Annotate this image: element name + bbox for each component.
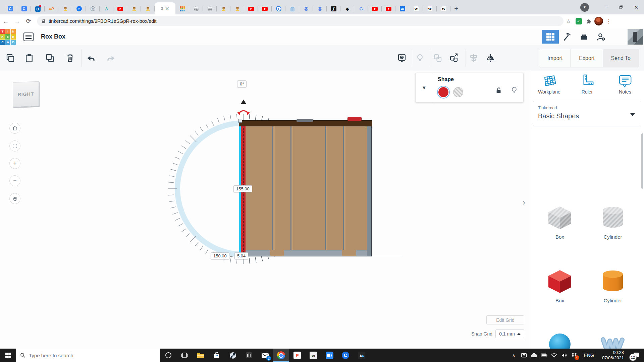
- taskbar-app-triangles[interactable]: [354, 349, 370, 362]
- send-to-button[interactable]: Send To: [603, 49, 639, 67]
- shape-cube-striped[interactable]: Box: [540, 204, 580, 240]
- tray-volume-icon[interactable]: [559, 349, 569, 362]
- align-icon[interactable]: [468, 52, 480, 64]
- tab-google-translate[interactable]: G: [17, 3, 31, 14]
- tray-wifi-icon[interactable]: [549, 349, 559, 362]
- taskbar-app-f[interactable]: F: [289, 349, 305, 362]
- tray-battery-icon[interactable]: [539, 349, 549, 362]
- extensions-puzzle-icon[interactable]: [584, 16, 594, 26]
- tab-google-translate[interactable]: G: [3, 3, 17, 14]
- perspective-button[interactable]: [9, 193, 20, 204]
- duplicate-icon[interactable]: [44, 52, 56, 64]
- taskbar-cortana[interactable]: [160, 349, 176, 362]
- new-tab-button[interactable]: +: [450, 3, 462, 14]
- taskbar-file-explorer[interactable]: [193, 349, 209, 362]
- tab-thingiverse[interactable]: T: [272, 3, 285, 14]
- undo-icon[interactable]: [85, 52, 97, 64]
- add-collaborator-icon[interactable]: [592, 30, 609, 44]
- dimension-height-field[interactable]: 155.00: [233, 185, 252, 192]
- tab-tinkercad-editor[interactable]: 3✕: [155, 2, 175, 14]
- url-bar[interactable]: tinkercad.com/things/9FBOR1eSGpR-rox-box…: [37, 16, 564, 26]
- group-icon[interactable]: [432, 52, 444, 64]
- edit-grid-button[interactable]: Edit Grid: [486, 315, 524, 324]
- extension-check-icon[interactable]: ✓: [574, 16, 584, 26]
- ungroup-icon[interactable]: [448, 52, 460, 64]
- delete-icon[interactable]: [64, 52, 76, 64]
- tab-wikipedia[interactable]: W: [437, 3, 450, 14]
- tab-blue-app[interactable]: [285, 3, 299, 14]
- view-cube[interactable]: RIGHT: [13, 81, 39, 107]
- zoom-in-button[interactable]: +: [9, 158, 20, 169]
- design-canvas[interactable]: RIGHT + − 155.00 150.00: [0, 71, 530, 349]
- tab-tinkercad[interactable]: [175, 3, 189, 14]
- clock[interactable]: 00:28 07/06/2021: [599, 350, 627, 361]
- home-view-button[interactable]: [9, 123, 20, 134]
- tab-wikipedia[interactable]: W: [423, 3, 437, 14]
- dimension-gap-field[interactable]: 5.04: [234, 252, 248, 259]
- tinkercad-logo[interactable]: TINKERCAD: [0, 29, 16, 45]
- restore-button[interactable]: [613, 1, 629, 13]
- tab-youtube[interactable]: [382, 3, 395, 14]
- scale-handle[interactable]: [238, 119, 242, 123]
- tab-facebook[interactable]: f: [72, 3, 86, 14]
- tab-web-page[interactable]: [189, 3, 203, 14]
- tab-youtube[interactable]: [113, 3, 127, 14]
- tab-outlook[interactable]: O: [31, 3, 45, 14]
- taskbar-search[interactable]: [16, 349, 160, 362]
- shape-library-dropdown[interactable]: Tinkercad Basic Shapes: [533, 101, 641, 126]
- start-button[interactable]: [0, 349, 16, 362]
- light-icon[interactable]: [414, 52, 426, 64]
- tab-library-site[interactable]: [313, 3, 327, 14]
- rotation-angle-field[interactable]: 0°: [237, 80, 247, 87]
- blocks-view-button[interactable]: [542, 30, 559, 44]
- language-indicator[interactable]: ENG: [581, 353, 597, 358]
- taskbar-mail[interactable]: 2: [257, 349, 273, 362]
- browser-profile-icon[interactable]: ▼: [580, 3, 589, 12]
- tab-mascot-site[interactable]: [141, 3, 155, 14]
- design-menu-icon[interactable]: [23, 33, 34, 41]
- bookmark-star-icon[interactable]: ☆: [564, 16, 574, 26]
- minimize-button[interactable]: –: [598, 1, 613, 13]
- back-icon[interactable]: ←: [0, 15, 11, 27]
- import-button[interactable]: Import: [539, 49, 571, 67]
- tab-library-site[interactable]: [299, 3, 313, 14]
- paste-icon[interactable]: [23, 52, 35, 64]
- tab-close-icon[interactable]: ✕: [165, 6, 169, 11]
- minecraft-export-icon[interactable]: [559, 30, 576, 44]
- tab-mascot-site[interactable]: [217, 3, 230, 14]
- taskbar-chrome[interactable]: [273, 349, 289, 362]
- tab-mascot-site[interactable]: [230, 3, 244, 14]
- export-button[interactable]: Export: [571, 49, 603, 67]
- shape-cylinder-orange[interactable]: Cylinder: [593, 268, 633, 303]
- tab-mascot-site[interactable]: [127, 3, 141, 14]
- tray-meet-now-icon[interactable]: [519, 349, 529, 362]
- reload-icon[interactable]: ⟳: [23, 15, 34, 27]
- brick-export-icon[interactable]: [576, 30, 592, 44]
- taskbar-app-c[interactable]: C: [337, 349, 354, 362]
- tray-onedrive-icon[interactable]: [529, 349, 539, 362]
- mirror-icon[interactable]: [484, 52, 496, 64]
- tab-hexagon-m-site[interactable]: M: [86, 3, 100, 14]
- close-button[interactable]: ✕: [629, 1, 644, 13]
- unlock-icon[interactable]: [495, 86, 502, 96]
- browser-avatar[interactable]: [594, 16, 604, 26]
- tab-autodesk[interactable]: Λ: [100, 3, 113, 14]
- design-title[interactable]: Rox Box: [41, 33, 65, 40]
- tab-youtube[interactable]: [368, 3, 382, 14]
- tab-youtube[interactable]: [244, 3, 258, 14]
- tray-tray-expand-icon[interactable]: ∧: [509, 349, 519, 362]
- taskbar-console-app[interactable]: [241, 349, 257, 362]
- tab-cpanel[interactable]: cP: [45, 3, 58, 14]
- taskbar-steam[interactable]: [225, 349, 241, 362]
- zoom-out-button[interactable]: −: [9, 175, 20, 186]
- sidebar-tool-ruler[interactable]: Ruler: [568, 74, 606, 95]
- sidebar-scrollbar[interactable]: [641, 133, 643, 189]
- user-avatar[interactable]: [628, 29, 643, 45]
- taskbar-task-view[interactable]: [176, 349, 193, 362]
- sidebar-tool-workplane[interactable]: Workplane: [530, 74, 568, 95]
- taskbar-app-infinity[interactable]: ∞: [305, 349, 321, 362]
- shape-cube-red[interactable]: Box: [540, 268, 580, 303]
- rotate-handle-icon[interactable]: [236, 107, 251, 116]
- tab-web-page[interactable]: [203, 3, 217, 14]
- snap-grid-dropdown[interactable]: 0.1 mm: [495, 329, 524, 338]
